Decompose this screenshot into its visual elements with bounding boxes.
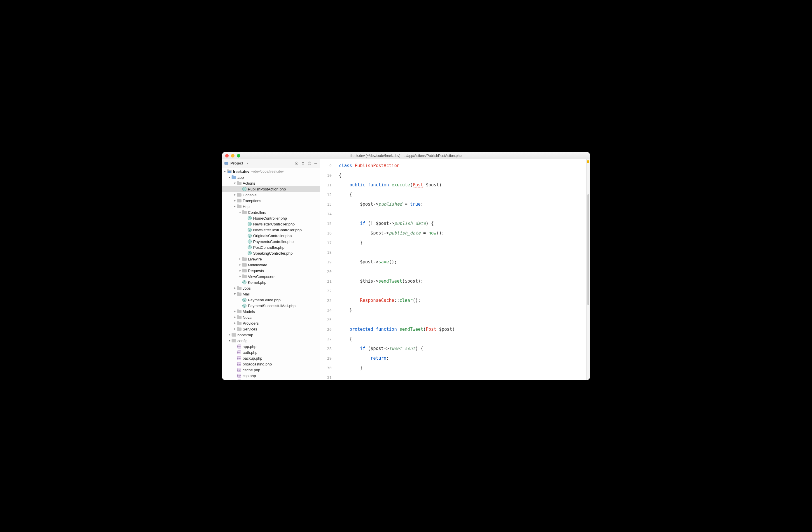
tree-file-database.php[interactable]: PHPdatabase.php	[222, 378, 320, 380]
chevron-down-icon[interactable]	[228, 339, 231, 342]
scrollbar-thumb[interactable]	[588, 194, 589, 305]
titlebar[interactable]: freek.dev [~/dev/code/freek.dev] - .../a…	[222, 152, 590, 159]
tree-folder-providers[interactable]: Providers	[222, 320, 320, 326]
chevron-right-icon[interactable]	[233, 310, 236, 313]
code-line[interactable]	[339, 286, 590, 296]
code-editor[interactable]: 9101112131415161718192021222324252627282…	[320, 159, 590, 380]
zoom-window-button[interactable]	[237, 154, 240, 158]
tree-file-cache.php[interactable]: PHPcache.php	[222, 367, 320, 373]
code-line[interactable]: class PublishPostAction	[339, 161, 590, 171]
tree-folder-http[interactable]: Http	[222, 204, 320, 210]
tree-file-speakingcontroller.php[interactable]: CSpeakingController.php	[222, 250, 320, 256]
tree-folder-config[interactable]: config	[222, 338, 320, 344]
tree-file-app.php[interactable]: PHPapp.php	[222, 344, 320, 349]
close-window-button[interactable]	[225, 154, 229, 158]
tree-file-kernel.php[interactable]: CKernel.php	[222, 279, 320, 285]
tree-folder-bootstrap[interactable]: bootstrap	[222, 332, 320, 338]
code-line[interactable]: return;	[339, 354, 590, 363]
tree-file-newslettertestcontroller.php[interactable]: CNewsletterTestController.php	[222, 227, 320, 233]
tree-folder-nova[interactable]: Nova	[222, 314, 320, 320]
chevron-right-icon[interactable]	[233, 316, 236, 319]
tree-file-newslettercontroller.php[interactable]: CNewsletterController.php	[222, 221, 320, 227]
chevron-down-icon[interactable]	[238, 211, 242, 214]
tree-folder-actions[interactable]: Actions	[222, 180, 320, 186]
chevron-down-icon[interactable]	[233, 182, 236, 185]
tree-folder-app[interactable]: app	[222, 174, 320, 180]
chevron-down-icon[interactable]	[228, 176, 231, 179]
tree-item-label: SpeakingController.php	[253, 251, 292, 256]
chevron-down-icon[interactable]	[233, 205, 236, 208]
code-line[interactable]	[339, 248, 590, 257]
line-number: 28	[320, 344, 332, 354]
tree-file-paymentscontroller.php[interactable]: CPaymentsController.php	[222, 239, 320, 244]
chevron-right-icon[interactable]	[233, 322, 236, 325]
chevron-down-icon[interactable]	[233, 292, 236, 296]
tree-file-csp.php[interactable]: PHPcsp.php	[222, 373, 320, 378]
warning-marker[interactable]	[587, 160, 589, 163]
hide-icon[interactable]	[314, 161, 318, 166]
tree-folder-livewire[interactable]: Livewire	[222, 256, 320, 262]
project-tab-label[interactable]: Project	[230, 161, 243, 166]
code-line[interactable]: }	[339, 305, 590, 315]
code-area[interactable]: class PublishPostAction{ public function…	[334, 159, 590, 380]
code-line[interactable]: $post->published = true;	[339, 200, 590, 209]
tree-folder-console[interactable]: Console	[222, 192, 320, 198]
code-line[interactable]: $post->save();	[339, 257, 590, 267]
code-line[interactable]	[339, 373, 590, 380]
tree-file-backup.php[interactable]: PHPbackup.php	[222, 355, 320, 361]
target-icon[interactable]	[294, 161, 299, 166]
tree-folder-middleware[interactable]: Middleware	[222, 262, 320, 268]
svg-text:C: C	[249, 217, 251, 220]
chevron-right-icon[interactable]	[233, 328, 236, 330]
chevron-down-icon[interactable]	[245, 161, 250, 166]
code-line[interactable]: protected function sendTweet(Post $post)	[339, 325, 590, 334]
code-line[interactable]: {	[339, 171, 590, 180]
code-line[interactable]	[339, 315, 590, 325]
collapse-all-icon[interactable]	[301, 161, 305, 166]
code-line[interactable]: {	[339, 190, 590, 200]
code-line[interactable]: if (! $post->publish_date) {	[339, 219, 590, 228]
tree-folder-viewcomposers[interactable]: ViewComposers	[222, 274, 320, 279]
tree-folder-jobs[interactable]: Jobs	[222, 285, 320, 291]
php-icon: PHP	[237, 344, 242, 349]
chevron-right-icon[interactable]	[238, 269, 242, 272]
tree-file-broadcasting.php[interactable]: PHPbroadcasting.php	[222, 361, 320, 367]
tree-folder-services[interactable]: Services	[222, 326, 320, 332]
code-line[interactable]: ResponseCache::clear();	[339, 296, 590, 305]
code-line[interactable]: public function execute(Post $post)	[339, 180, 590, 190]
tree-folder-controllers[interactable]: Controllers	[222, 210, 320, 215]
error-stripe[interactable]	[586, 159, 590, 380]
chevron-right-icon[interactable]	[228, 333, 231, 336]
minimize-window-button[interactable]	[231, 154, 234, 158]
spacer-icon	[238, 281, 242, 284]
tree-folder-exceptions[interactable]: Exceptions	[222, 198, 320, 204]
tree-file-originalscontroller.php[interactable]: COriginalsController.php	[222, 233, 320, 239]
code-line[interactable]: $this->sendTweet($post);	[339, 276, 590, 286]
tree-folder-models[interactable]: Models	[222, 308, 320, 314]
tree-file-publishpostaction.php[interactable]: CPublishPostAction.php	[222, 186, 320, 192]
tree-file-paymentfailed.php[interactable]: CPaymentFailed.php	[222, 297, 320, 303]
project-tree[interactable]: freek.dev~/dev/code/freek.devappActionsC…	[222, 168, 320, 380]
chevron-down-icon[interactable]	[223, 170, 226, 173]
code-line[interactable]	[339, 209, 590, 219]
tree-folder-requests[interactable]: Requests	[222, 268, 320, 274]
tree-file-paymentsuccessfulmail.php[interactable]: CPaymentSuccessfulMail.php	[222, 303, 320, 308]
tree-folder-freek.dev[interactable]: freek.dev~/dev/code/freek.dev	[222, 169, 320, 174]
chevron-right-icon[interactable]	[233, 287, 236, 290]
tree-file-auth.php[interactable]: PHPauth.php	[222, 349, 320, 355]
chevron-right-icon[interactable]	[238, 258, 242, 260]
tree-folder-mail[interactable]: Mail	[222, 291, 320, 297]
chevron-right-icon[interactable]	[233, 199, 236, 202]
chevron-right-icon[interactable]	[238, 275, 242, 278]
code-line[interactable]: {	[339, 334, 590, 344]
code-line[interactable]: }	[339, 238, 590, 248]
code-line[interactable]: if ($post->tweet_sent) {	[339, 344, 590, 354]
chevron-right-icon[interactable]	[238, 263, 242, 266]
code-line[interactable]: }	[339, 363, 590, 373]
tree-file-homecontroller.php[interactable]: CHomeController.php	[222, 215, 320, 221]
chevron-right-icon[interactable]	[233, 193, 236, 196]
tree-file-postcontroller.php[interactable]: CPostController.php	[222, 244, 320, 250]
code-line[interactable]	[339, 267, 590, 276]
code-line[interactable]: $post->publish_date = now();	[339, 228, 590, 238]
gear-icon[interactable]	[307, 161, 312, 166]
